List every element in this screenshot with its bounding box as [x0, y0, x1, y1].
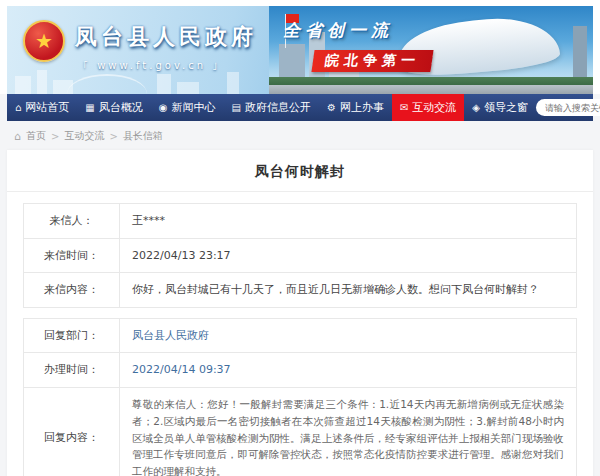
gear-icon: ⚙	[327, 102, 336, 113]
letter-time-value: 2022/04/13 23:17	[120, 238, 577, 273]
building-silhouette	[157, 74, 171, 94]
reply-time-label: 办理时间：	[24, 353, 120, 388]
road-graphic	[269, 85, 593, 94]
letter-table: 来信人： 王**** 来信时间： 2022/04/13 23:17 来信内容： …	[23, 203, 577, 308]
skyline-graphic	[7, 68, 269, 94]
home-icon: ⌂	[15, 102, 21, 113]
nav-item-label: 领导之窗	[484, 100, 528, 115]
table-row: 回复内容： 尊敬的来信人：您好！一般解封需要满足三个条件：1.近14天内再无新增…	[24, 387, 577, 476]
letter-content-value: 你好，凤台封城已有十几天了，而且近几日无新增确诊人数。想问下凤台何时解封？	[120, 273, 577, 308]
sender-value: 王****	[120, 204, 577, 239]
building-silhouette	[227, 72, 239, 94]
slogan-bottom: 皖北争第一	[311, 50, 433, 72]
letter-content-label: 来信内容：	[24, 273, 120, 308]
site-banner: ★ 凤台县人民政府 www.ft.gov.cn 全省创一流 皖北争第一	[7, 6, 593, 94]
reply-dept-label: 回复部门：	[24, 318, 120, 353]
table-row: 来信人： 王****	[24, 204, 577, 239]
nav-item-label: 凤台概况	[99, 100, 143, 115]
reply-time-value: 2022/04/14 09:37	[120, 353, 577, 388]
breadcrumb-home[interactable]: 首页	[26, 129, 46, 143]
breadcrumb-separator: >	[109, 131, 117, 142]
sender-label: 来信人：	[24, 204, 120, 239]
site-title: 凤台县人民政府	[75, 22, 257, 52]
header: ★ 凤台县人民政府 www.ft.gov.cn 全省创一流 皖北争第一	[0, 0, 600, 94]
nav-search-area: 搜索	[536, 94, 600, 121]
breadcrumb-mailbox[interactable]: 县长信箱	[123, 129, 163, 143]
building-silhouette	[37, 70, 47, 94]
table-row: 办理时间： 2022/04/14 09:37	[24, 353, 577, 388]
nav-item-label: 互动交流	[412, 100, 456, 115]
nav-item-leaders[interactable]: ◈ 领导之窗	[464, 94, 536, 121]
site-url: www.ft.gov.cn	[83, 60, 220, 71]
main-nav: ⌂ 网站首页 ▦ 凤台概况 ◉ 新闻中心 ▤ 政府信息公开 ⚙ 网上办事 ✉ 互…	[7, 94, 593, 121]
nav-item-online-services[interactable]: ⚙ 网上办事	[319, 94, 392, 121]
overview-icon: ▦	[85, 102, 94, 113]
building-silhouette	[15, 76, 31, 94]
reply-content-label: 回复内容：	[24, 387, 120, 476]
table-gap	[23, 308, 577, 318]
tower-graphic	[573, 26, 587, 78]
reply-content-value: 尊敬的来信人：您好！一般解封需要满足三个条件：1.近14天内再无新增病例或无症状…	[120, 387, 577, 476]
reply-table: 回复部门： 凤台县人民政府 办理时间： 2022/04/14 09:37 回复内…	[23, 318, 577, 476]
nav-item-info-disclosure[interactable]: ▤ 政府信息公开	[224, 94, 319, 121]
trees-graphic	[269, 77, 593, 85]
building-graphic	[279, 44, 305, 78]
slogan-top: 全省创一流	[283, 19, 393, 42]
table-row: 来信内容： 你好，凤台封城已有十几天了，而且近几日无新增确诊人数。想问下凤台何时…	[24, 273, 577, 308]
table-row: 回复部门： 凤台县人民政府	[24, 318, 577, 353]
message-card: 凤台何时解封 来信人： 王**** 来信时间： 2022/04/13 23:17…	[7, 150, 593, 476]
bridge-silhouette	[67, 74, 147, 94]
breadcrumb-interaction[interactable]: 互动交流	[64, 129, 104, 143]
nav-item-news[interactable]: ◉ 新闻中心	[151, 94, 224, 121]
search-input[interactable]	[536, 99, 600, 116]
document-icon: ▤	[232, 102, 241, 113]
message-title: 凤台何时解封	[7, 150, 593, 192]
nav-item-overview[interactable]: ▦ 凤台概况	[77, 94, 150, 121]
news-icon: ◉	[159, 102, 168, 113]
breadcrumb: ⌂ 首页 > 互动交流 > 县长信箱	[0, 121, 600, 150]
nav-item-label: 政府信息公开	[245, 100, 311, 115]
chat-icon: ✉	[400, 102, 408, 113]
nav-item-home[interactable]: ⌂ 网站首页	[7, 94, 77, 121]
building-silhouette	[177, 82, 199, 94]
reply-dept-value: 凤台县人民政府	[120, 318, 577, 353]
message-tables: 来信人： 王**** 来信时间： 2022/04/13 23:17 来信内容： …	[7, 192, 593, 476]
table-row: 来信时间： 2022/04/13 23:17	[24, 238, 577, 273]
nav-item-label: 网站首页	[25, 100, 69, 115]
building-silhouette	[53, 80, 73, 94]
page: ★ 凤台县人民政府 www.ft.gov.cn 全省创一流 皖北争第一 ⌂ 网站…	[0, 0, 600, 476]
leaders-icon: ◈	[472, 102, 480, 113]
nav-item-label: 新闻中心	[172, 100, 216, 115]
letter-time-label: 来信时间：	[24, 238, 120, 273]
home-icon: ⌂	[14, 130, 21, 143]
breadcrumb-separator: >	[51, 131, 59, 142]
national-emblem-icon: ★	[23, 20, 65, 62]
nav-item-interaction[interactable]: ✉ 互动交流	[392, 94, 464, 121]
nav-item-label: 网上办事	[340, 100, 384, 115]
